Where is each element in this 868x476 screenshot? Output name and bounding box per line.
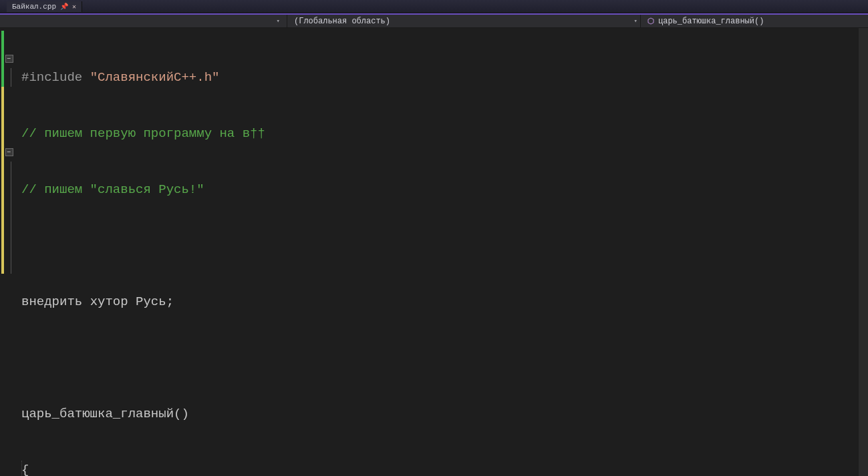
code-line[interactable]: внедрить хутор Русь;: [19, 292, 868, 311]
code-line[interactable]: // пишем первую программу на в††: [19, 124, 868, 143]
chevron-down-icon: ▾: [631, 17, 640, 25]
nav-function-dropdown[interactable]: царь_батюшка_главный(): [641, 15, 868, 27]
vertical-scrollbar[interactable]: [859, 28, 868, 476]
file-tab[interactable]: Байкал.cpp 📌 ✕: [7, 1, 82, 12]
nav-scope-dropdown[interactable]: (Глобальная область) ▾: [287, 15, 641, 27]
code-editor[interactable]: − − #include "СлавянскийС++.h" // пишем …: [0, 28, 868, 476]
chevron-down-icon: ▾: [274, 17, 283, 25]
tab-filename: Байкал.cpp: [12, 3, 56, 11]
fold-toggle[interactable]: −: [5, 55, 13, 63]
tab-bar: Байкал.cpp 📌 ✕: [0, 0, 868, 13]
code-line[interactable]: {: [19, 461, 868, 476]
ide-window: Байкал.cpp 📌 ✕ ▾ (Глобальная область) ▾ …: [0, 0, 868, 476]
scope-label: (Глобальная область): [294, 17, 390, 26]
nav-left-dropdown[interactable]: ▾: [0, 15, 287, 27]
navigation-bar: ▾ (Глобальная область) ▾ царь_батюшка_гл…: [0, 13, 868, 28]
pin-icon[interactable]: 📌: [60, 3, 68, 11]
code-line[interactable]: [19, 236, 868, 255]
close-icon[interactable]: ✕: [72, 3, 76, 11]
code-line[interactable]: #include "СлавянскийС++.h": [19, 68, 868, 87]
code-line[interactable]: [19, 348, 868, 367]
function-label: царь_батюшка_главный(): [658, 17, 764, 26]
code-line[interactable]: царь_батюшка_главный(): [19, 405, 868, 423]
function-icon: [646, 17, 656, 26]
fold-toggle[interactable]: −: [5, 148, 13, 156]
gutter: − −: [0, 28, 19, 476]
code-area[interactable]: #include "СлавянскийС++.h" // пишем перв…: [19, 28, 868, 476]
code-line[interactable]: // пишем "славься Русь!": [19, 180, 868, 199]
